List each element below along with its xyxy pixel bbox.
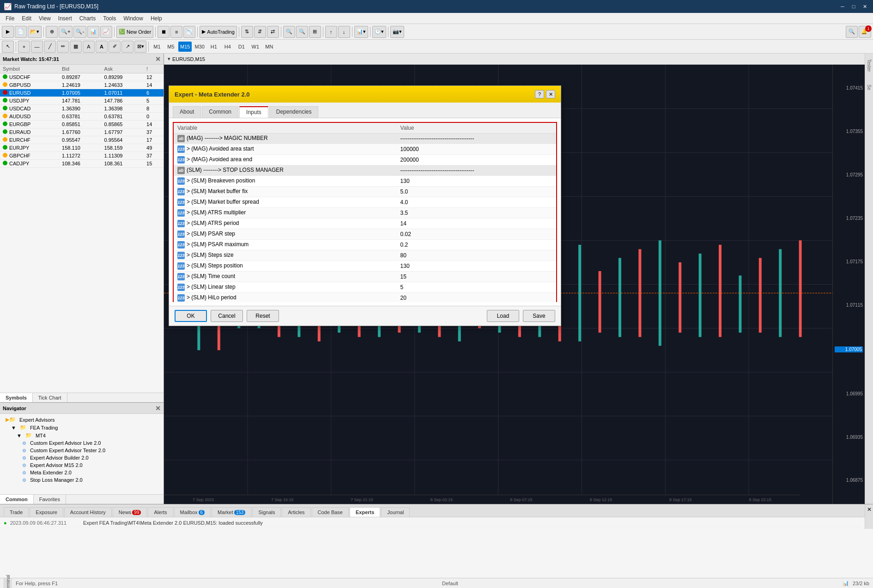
param-value-14[interactable]: 5: [397, 282, 557, 293]
minimize-button[interactable]: ─: [838, 2, 847, 11]
toolbar-zoom-in-btn[interactable]: 🔍+: [59, 26, 73, 38]
nav-item-4[interactable]: ⚙Custom Expert Advisor Tester 2.0: [2, 447, 162, 454]
param-row[interactable]: 123> (SLM) Steps position 130: [173, 261, 557, 272]
tab-news[interactable]: News99: [113, 507, 147, 517]
param-value-15[interactable]: 20: [397, 293, 557, 303]
tf-m5[interactable]: M5: [164, 42, 177, 52]
close-button[interactable]: ✕: [860, 2, 869, 11]
param-value-11[interactable]: 80: [397, 250, 557, 261]
market-row[interactable]: EURCHF 0.95547 0.95564 17: [0, 136, 164, 144]
tester-label[interactable]: Tester: [866, 57, 873, 73]
param-row[interactable]: 123> (SLM) HiLo period 20: [173, 293, 557, 303]
tab-exposure[interactable]: Exposure: [30, 507, 63, 517]
tf-h4[interactable]: H4: [221, 42, 234, 52]
tab-journal[interactable]: Journal: [381, 507, 410, 517]
toolbar-sync-btn[interactable]: ⇅: [241, 26, 253, 38]
tab-signals[interactable]: Signals: [252, 507, 281, 517]
dialog-save-button[interactable]: Save: [523, 310, 555, 322]
toolbar-down-btn[interactable]: ↓: [338, 26, 350, 38]
param-row[interactable]: 123> (SLM) Breakeven position 130: [173, 176, 557, 187]
nav-tab-common[interactable]: Common: [0, 495, 34, 504]
param-value-9[interactable]: 0.02: [397, 229, 557, 240]
market-row[interactable]: GBPCHF 1.11272 1.11309 37: [0, 152, 164, 160]
dialog-load-button[interactable]: Load: [487, 310, 519, 322]
toolbar-new-btn[interactable]: 📄: [15, 26, 27, 38]
tool-draw[interactable]: ✐: [109, 41, 121, 53]
param-row[interactable]: 123> (SLM) Time count 15: [173, 272, 557, 282]
market-row[interactable]: AUDUSD 0.63781 0.63781 0: [0, 113, 164, 121]
dialog-tab-about[interactable]: About: [173, 106, 201, 118]
market-row[interactable]: USDCAD 1.36390 1.36398 8: [0, 105, 164, 113]
market-row[interactable]: EURAUD 1.67760 1.67797 37: [0, 128, 164, 136]
param-value-6[interactable]: 4.0: [397, 197, 557, 208]
toolbar-clock-btn[interactable]: 🕐▾: [372, 26, 386, 38]
tab-experts[interactable]: Experts: [350, 507, 380, 517]
menu-view[interactable]: View: [35, 14, 55, 23]
dialog-reset-button[interactable]: Reset: [247, 310, 279, 322]
toolbar-zoomin2-btn[interactable]: 🔍: [283, 26, 295, 38]
se-label[interactable]: Se: [866, 83, 873, 92]
market-row[interactable]: GBPUSD 1.24619 1.24633 14: [0, 81, 164, 89]
tf-m1[interactable]: M1: [151, 42, 164, 52]
toolbar-chart-btn1[interactable]: ◼: [158, 26, 170, 38]
terminal-sidebar-btn[interactable]: Terminal: [4, 578, 12, 588]
tf-m15[interactable]: M15: [178, 42, 192, 52]
tab-market[interactable]: Market153: [212, 507, 251, 517]
tab-account-history[interactable]: Account History: [64, 507, 112, 517]
nav-item-1[interactable]: ▼📁FEA Trading: [2, 424, 162, 431]
toolbar-chart-btn3[interactable]: 📉: [183, 26, 195, 38]
tf-h1[interactable]: H1: [207, 42, 220, 52]
tool-line2[interactable]: ╱: [44, 41, 56, 53]
tool-text[interactable]: ▦: [70, 41, 82, 53]
nav-item-3[interactable]: ⚙Custom Expert Advisor Live 2.0: [2, 439, 162, 447]
param-value-12[interactable]: 130: [397, 261, 557, 272]
market-row[interactable]: EURJPY 158.110 158.159 49: [0, 144, 164, 152]
toolbar-open-btn[interactable]: 📂▾: [28, 26, 42, 38]
toolbar-search-btn[interactable]: 🔍: [846, 26, 858, 38]
nav-item-7[interactable]: ⚙Meta Extender 2.0: [2, 469, 162, 476]
menu-window[interactable]: Window: [120, 14, 147, 23]
param-row[interactable]: 123> (SLM) ATRS multiplier 3.5: [173, 208, 557, 218]
navigator-close[interactable]: ✕: [155, 405, 161, 412]
toolbar-crosshair-btn[interactable]: ⊕: [46, 26, 58, 38]
param-row[interactable]: 123> (SLM) ATRS period 14: [173, 218, 557, 229]
tab-mailbox[interactable]: Mailbox6: [174, 507, 211, 517]
bottom-close-btn[interactable]: ✕: [867, 506, 872, 513]
tab-alerts[interactable]: Alerts: [148, 507, 173, 517]
param-row[interactable]: 123> (SLM) PSAR step 0.02: [173, 229, 557, 240]
tool-abc[interactable]: A: [83, 41, 95, 53]
tool-crosshair[interactable]: +: [18, 41, 30, 53]
toolbar-zoomout2-btn[interactable]: 🔍: [296, 26, 308, 38]
param-row[interactable]: 123> (SLM) Steps size 80: [173, 250, 557, 261]
tf-m30[interactable]: M30: [193, 42, 206, 52]
menu-edit[interactable]: Edit: [18, 14, 35, 23]
tab-codebase[interactable]: Code Base: [312, 507, 349, 517]
tab-trade[interactable]: Trade: [4, 507, 29, 517]
tool-dropdown[interactable]: ⊠▾: [134, 41, 146, 53]
nav-item-6[interactable]: ⚙Expert Advisor M15 2.0: [2, 461, 162, 469]
param-row[interactable]: ab(MAG) --------> MAGIC NUMBER ---------…: [173, 133, 557, 144]
param-value-5[interactable]: 5.0: [397, 187, 557, 197]
param-row[interactable]: 123> (SLM) Market buffer spread 4.0: [173, 197, 557, 208]
toolbar-line-btn[interactable]: 📈: [100, 26, 112, 38]
dialog-tab-inputs[interactable]: Inputs: [239, 106, 268, 118]
market-row[interactable]: EURUSD 1.07005 1.07011 6: [0, 89, 164, 97]
maximize-button[interactable]: □: [849, 2, 858, 11]
param-value-2[interactable]: 200000: [397, 155, 557, 165]
toolbar-up-btn[interactable]: ↑: [325, 26, 337, 38]
nav-item-5[interactable]: ⚙Expert Advisor Builder 2.0: [2, 454, 162, 461]
market-row[interactable]: EURGBP 0.85851 0.85865 14: [0, 121, 164, 128]
param-row[interactable]: 123> (MAG) Avoided area start 100000: [173, 144, 557, 155]
tab-tick-chart[interactable]: Tick Chart: [33, 393, 67, 402]
toolbar-indicator-btn[interactable]: 📊▾: [354, 26, 368, 38]
toolbar-zoom-out-btn[interactable]: 🔍-: [73, 26, 86, 38]
param-value-8[interactable]: 14: [397, 218, 557, 229]
market-row[interactable]: USDJPY 147.781 147.786 5: [0, 97, 164, 105]
tool-pencil[interactable]: ✏: [57, 41, 69, 53]
market-row[interactable]: USDCHF 0.89287 0.89299 12: [0, 73, 164, 81]
dialog-close-btn[interactable]: ✕: [546, 90, 555, 98]
dialog-ok-button[interactable]: OK: [175, 310, 207, 322]
param-value-13[interactable]: 15: [397, 272, 557, 282]
tf-d1[interactable]: D1: [235, 42, 248, 52]
new-order-button[interactable]: 💹 New Order: [116, 26, 153, 38]
